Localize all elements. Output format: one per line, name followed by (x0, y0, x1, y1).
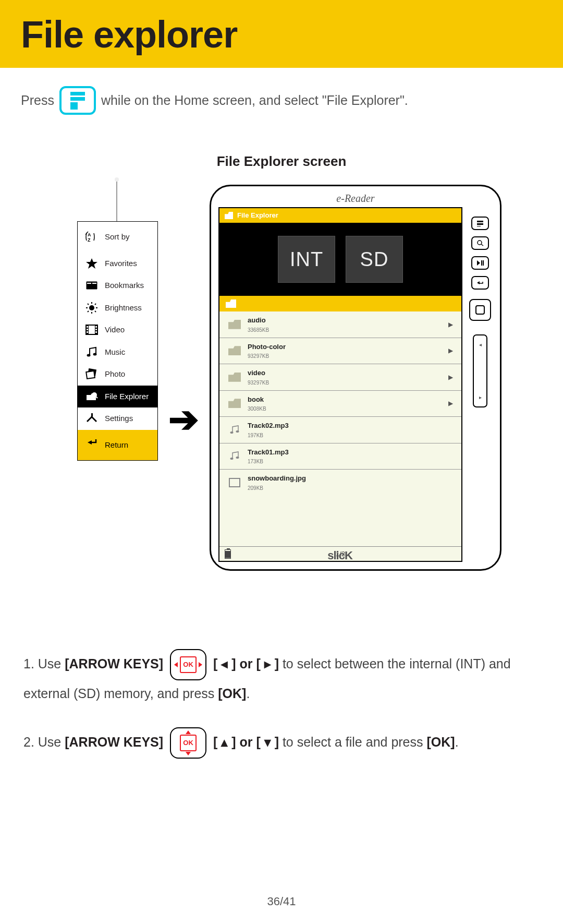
svg-line-12 (88, 311, 89, 312)
device-frame: e-Reader File Explorer INT SD audio33685 (210, 185, 501, 571)
device-back-button[interactable] (471, 276, 489, 290)
menu-item-bookmarks[interactable]: Bookmarks (78, 274, 157, 297)
file-row[interactable]: Photo-color93297KB ▶ (219, 338, 461, 365)
menu-pointer-stick (116, 179, 117, 221)
svg-marker-2 (86, 258, 97, 269)
menu-button-icon (59, 86, 96, 115)
music-icon (228, 450, 241, 462)
file-row[interactable]: Track01.mp3173KB (219, 443, 461, 470)
settings-icon (85, 413, 99, 424)
svg-line-13 (95, 304, 96, 305)
menu-label: Bookmarks (105, 280, 144, 292)
svg-rect-19 (87, 331, 88, 333)
svg-rect-21 (95, 329, 97, 330)
file-size: 209KB (248, 484, 453, 492)
svg-rect-41 (481, 260, 482, 266)
menu-label: Favorites (105, 258, 137, 270)
file-name: audio (248, 315, 442, 326)
file-row[interactable]: video93297KB ▶ (219, 364, 461, 391)
header-band: File explorer (0, 0, 563, 68)
chevron-right-icon: ▶ (448, 373, 453, 382)
device-ok-button[interactable] (469, 299, 491, 321)
star-icon (85, 258, 99, 269)
menu-label: Sort by (105, 231, 130, 243)
folder-icon (228, 398, 241, 409)
menu-label: Video (105, 324, 125, 336)
arrow-right-icon: ➔ (168, 392, 199, 447)
folder-icon (228, 319, 241, 330)
image-icon (228, 477, 241, 488)
svg-rect-20 (95, 326, 97, 328)
svg-rect-29 (91, 413, 93, 416)
device-play-button[interactable] (471, 256, 489, 270)
video-icon (85, 324, 99, 335)
chevron-right-icon: ▶ (448, 346, 453, 355)
svg-point-5 (89, 305, 94, 310)
menu-label: Return (105, 439, 128, 451)
file-size: 197KB (248, 431, 453, 439)
device-menu-button[interactable] (471, 217, 489, 230)
menu-item-file-explorer[interactable]: File Explorer (78, 386, 157, 408)
menu-item-music[interactable]: Music (78, 341, 157, 364)
instruction-step-1: 1. Use [ARROW KEYS] OK [ ◂ ] or [ ▸ ] to… (23, 649, 540, 706)
file-row[interactable]: snowboarding.jpg209KB (219, 470, 461, 496)
svg-rect-18 (87, 329, 88, 330)
triangle-down-icon: ▸ (479, 393, 482, 401)
file-size: 173KB (248, 458, 453, 465)
menu-item-sortby[interactable]: AZ Sort by (78, 222, 157, 253)
folder-icon (228, 371, 241, 383)
drive-sd[interactable]: SD (346, 236, 403, 283)
svg-rect-42 (483, 260, 484, 266)
menu-item-return[interactable]: Return (78, 430, 157, 461)
drive-internal[interactable]: INT (278, 236, 335, 283)
device-zoom-button[interactable] (471, 236, 489, 250)
file-size: 93297KB (248, 352, 442, 360)
file-row[interactable]: book3008KB ▶ (219, 391, 461, 417)
file-row[interactable]: audio33685KB ▶ (219, 311, 461, 338)
device-scroll-button[interactable]: ◂▸ (473, 334, 487, 407)
chevron-right-icon: ▶ (448, 399, 453, 408)
menu-item-photo[interactable]: Photo (78, 363, 157, 386)
music-icon (228, 424, 241, 436)
folder-icon (226, 299, 236, 308)
menu-label: Settings (105, 413, 133, 425)
intro-post: while on the Home screen, and select "Fi… (101, 91, 408, 111)
svg-point-23 (87, 354, 91, 356)
svg-line-11 (95, 311, 96, 312)
file-row[interactable]: Track02.mp3197KB (219, 417, 461, 443)
device-screen: File Explorer INT SD audio33685KB ▶ (218, 207, 462, 562)
photo-icon (85, 368, 99, 380)
svg-rect-36 (477, 223, 483, 225)
svg-rect-37 (477, 226, 481, 226)
music-icon (85, 346, 99, 358)
arrow-hint: [ ◂ ] or [ ▸ ] (213, 656, 283, 671)
brightness-icon (85, 302, 99, 314)
instruction-step-2: 2. Use [ARROW KEYS] OK [ ▴ ] or [ ▾ ] to… (23, 727, 540, 759)
svg-rect-4 (92, 283, 96, 284)
folder-icon (225, 212, 233, 219)
menu-item-video[interactable]: Video (78, 319, 157, 341)
file-size: 3008KB (248, 405, 442, 413)
chevron-right-icon: ▶ (448, 320, 453, 329)
intro-pre: Press (21, 91, 54, 111)
device-side-buttons: ◂▸ (468, 217, 493, 562)
svg-rect-22 (95, 331, 97, 333)
svg-point-24 (93, 353, 97, 355)
menu-item-favorites[interactable]: Favorites (78, 253, 157, 275)
arrow-keys-label: [ARROW KEYS] (65, 656, 163, 671)
menu-item-brightness[interactable]: Brightness (78, 297, 157, 319)
ok-label: [OK] (426, 735, 455, 749)
arrow-keys-label: [ARROW KEYS] (65, 735, 163, 749)
page-number: 36/41 (0, 895, 563, 908)
svg-point-32 (236, 430, 239, 433)
bookmark-icon (85, 280, 99, 291)
svg-point-38 (478, 241, 482, 245)
side-menu: AZ Sort by Favorites Bookmarks Brightnes… (77, 221, 158, 461)
menu-item-settings[interactable]: Settings (78, 407, 157, 430)
menu-label: File Explorer (105, 391, 149, 403)
file-name: Track01.mp3 (248, 447, 453, 458)
file-name: video (248, 368, 442, 378)
file-name: Photo-color (248, 342, 442, 352)
svg-rect-26 (86, 371, 95, 379)
screen-titlebar: File Explorer (219, 208, 461, 223)
